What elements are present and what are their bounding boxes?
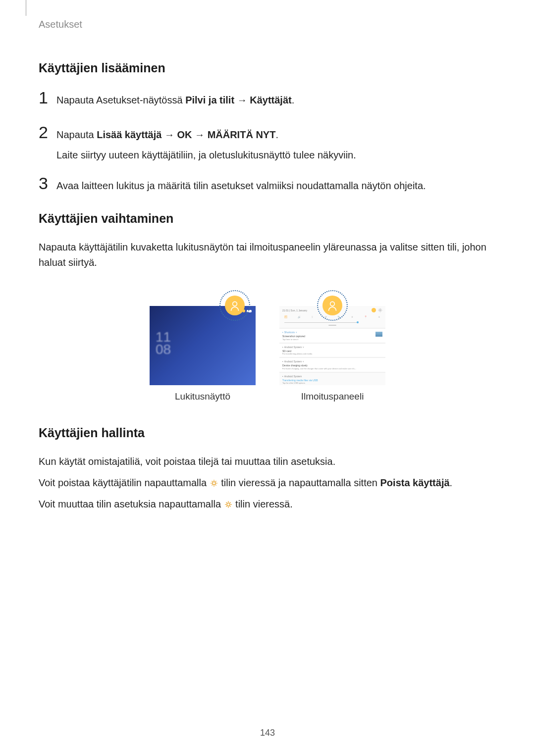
time-minutes: 08 [156, 343, 171, 355]
avatar-circle [322, 296, 342, 315]
breadcrumb: Asetukset [39, 19, 496, 30]
bold-text: Poista käyttäjä [380, 477, 450, 488]
svg-point-3 [213, 482, 215, 485]
screenshots-row: ◢ 11 08 Lukitusnäyttö [39, 290, 496, 402]
person-icon [228, 299, 241, 312]
notification-card: ▪Android System▾ SD card For transferrin… [279, 344, 385, 357]
gear-icon [224, 500, 233, 509]
step-1: 1 Napauta Asetukset-näytössä Pilvi ja ti… [39, 89, 496, 108]
step-sub-text: Laite siirtyy uuteen käyttäjätiliin, ja … [56, 148, 496, 163]
text: Napauta [56, 129, 97, 140]
page-number: 143 [0, 728, 535, 738]
heading-managing-users: Käyttäjien hallinta [39, 426, 496, 440]
step-text: Avaa laitteen lukitus ja määritä tilin a… [56, 175, 426, 194]
location-toggle-icon: 📍 [363, 314, 368, 319]
svg-point-1 [330, 302, 335, 306]
avatar-circle [225, 296, 245, 315]
caption-notification-panel: Ilmoituspaneeli [301, 391, 364, 402]
card-sub: Tap for other USB options [282, 382, 382, 384]
step-3: 3 Avaa laitteen lukitus ja määritä tilin… [39, 175, 496, 194]
gear-icon [378, 308, 382, 312]
user-dot [372, 308, 376, 312]
bold-text: Lisää käyttäjä [97, 129, 161, 140]
body-paragraph: Kun käytät omistajatiliä, voit poistaa t… [39, 454, 496, 469]
bold-text: Käyttäjät [250, 95, 291, 105]
text: tilin vieressä. [233, 499, 293, 509]
person-icon [326, 299, 339, 312]
text: . [275, 129, 278, 140]
text: Voit poistaa käyttäjätilin napauttamalla [39, 477, 210, 488]
card-app: ▪Android System▾ [282, 346, 382, 349]
sound-toggle-icon: 🔊 [297, 314, 302, 319]
text: Voit muuttaa tilin asetuksia napauttamal… [39, 499, 224, 509]
svg-point-4 [227, 503, 230, 506]
card-sub: For transferring photos and media [282, 353, 382, 355]
step-text: Napauta Lisää käyttäjä → OK → MÄÄRITÄ NY… [56, 124, 278, 143]
step-text: Napauta Asetukset-näytössä Pilvi ja tili… [56, 90, 294, 108]
arrow: → [161, 129, 177, 140]
step-number: 3 [39, 175, 56, 192]
page-edge-divider [26, 0, 26, 16]
heading-adding-users: Käyttäjien lisääminen [39, 61, 496, 75]
notification-card: ▪Shortcuts▾ Screenshot captured Tap here… [279, 329, 385, 343]
notification-panel-column: 21:01 | Sun, 1 January 📶 🔊 ᛒ ⟳ 🔦 ✈ [279, 290, 385, 402]
screenshot-thumb [375, 332, 382, 337]
card-sub: Tap here to view it [282, 338, 382, 341]
notification-card: ▪Android System▾ Device charging slowly … [279, 358, 385, 372]
body-paragraph: Napauta käyttäjätilin kuvaketta lukitusn… [39, 240, 496, 270]
body-paragraph: Voit poistaa käyttäjätilin napauttamalla… [39, 475, 496, 491]
card-app: ▪Android System [282, 375, 382, 378]
card-app: ▪Android System▾ [282, 360, 382, 363]
user-avatar-callout [219, 290, 250, 321]
svg-point-0 [233, 302, 237, 306]
text: Napauta Asetukset-näytössä [56, 95, 185, 105]
arrow: → [192, 129, 208, 140]
text: tilin vieressä ja napauttamalla sitten [218, 477, 380, 488]
bold-text: Pilvi ja tilit [185, 95, 234, 105]
arrow: → [234, 95, 250, 105]
notification-card: ▪Android System Transferring media files… [279, 373, 385, 386]
heading-switching-users: Käyttäjien vaihtaminen [39, 211, 496, 226]
bold-text: MÄÄRITÄ NYT [208, 129, 276, 140]
lock-screen-column: ◢ 11 08 Lukitusnäyttö [150, 290, 256, 402]
caption-lock-screen: Lukitusnäyttö [175, 391, 230, 402]
svg-point-2 [379, 309, 380, 310]
brightness-toggle-icon: ☀ [376, 314, 381, 319]
bold-text: OK [177, 129, 192, 140]
step-number: 2 [39, 124, 56, 141]
page-content: Asetukset Käyttäjien lisääminen 1 Napaut… [0, 0, 535, 512]
text: . [292, 95, 295, 105]
notif-date: 21:01 | Sun, 1 January [282, 309, 307, 312]
user-avatar-callout [317, 290, 348, 321]
drag-handle [328, 325, 336, 326]
gear-icon [210, 479, 218, 488]
card-sub: For faster charging, use the charger tha… [282, 367, 382, 370]
card-app: ▪Shortcuts▾ [282, 331, 382, 334]
body-paragraph: Voit muuttaa tilin asetuksia napauttamal… [39, 497, 496, 512]
airplane-toggle-icon: ✈ [350, 314, 355, 319]
text: . [450, 477, 453, 488]
step-2: 2 Napauta Lisää käyttäjä → OK → MÄÄRITÄ … [39, 124, 496, 143]
bluetooth-toggle-icon: ᛒ [310, 314, 315, 319]
wifi-toggle-icon: 📶 [283, 314, 288, 319]
step-number: 1 [39, 89, 56, 106]
brightness-slider [284, 322, 358, 323]
lock-time: 11 08 [156, 331, 171, 355]
